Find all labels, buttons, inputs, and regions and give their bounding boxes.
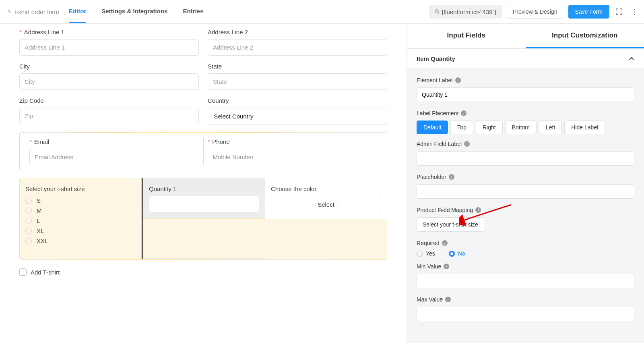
form-canvas: *Address Line 1 Address Line 2 City Stat… (0, 24, 407, 343)
product-mapping-select[interactable]: Select your t-shirt size (417, 217, 484, 232)
email-label: *Email (29, 138, 199, 145)
placement-default[interactable]: Default (417, 121, 448, 134)
size-option-xxl[interactable]: XXL (25, 237, 136, 244)
label-placement-title: Label Placementi (417, 110, 634, 116)
shortcode-box[interactable]: ⎙ [fluentform id="439"] (429, 5, 502, 19)
checkbox-icon (19, 268, 27, 276)
size-label: Select your t-shirt size (25, 185, 136, 192)
info-icon: i (464, 141, 470, 147)
qty-input[interactable] (149, 196, 259, 212)
placeholder-title: Placeholderi (417, 174, 634, 180)
size-option-m[interactable]: M (25, 207, 136, 214)
sidebar-panel: Input Fields Input Customization Item Qu… (407, 24, 644, 343)
admin-label-title: Admin Field Labeli (417, 141, 634, 147)
pencil-icon: ✎ (7, 8, 12, 15)
info-icon: i (455, 77, 461, 83)
tab-input-fields[interactable]: Input Fields (407, 24, 526, 48)
main-area: *Address Line 1 Address Line 2 City Stat… (0, 24, 644, 343)
info-icon: i (444, 264, 449, 269)
product-mapping-title: Product Field Mappingi (417, 207, 634, 213)
email-input[interactable] (29, 149, 199, 165)
section-header[interactable]: Item Quantity (407, 49, 644, 69)
addr2-input[interactable] (208, 39, 387, 56)
main-tabs: Editor Settings & Integrations Entries (69, 0, 203, 23)
info-icon: i (442, 240, 448, 246)
more-icon[interactable]: ⋮ (629, 6, 640, 17)
admin-label-input[interactable] (417, 151, 634, 166)
qty-label: Quantity 1 (149, 185, 259, 192)
info-icon: i (475, 207, 481, 213)
expand-icon[interactable] (613, 6, 625, 17)
required-title: Requiredi (417, 240, 634, 246)
quantity-cell[interactable]: Quantity 1 (142, 178, 265, 259)
tab-editor[interactable]: Editor (69, 0, 86, 23)
placement-hide[interactable]: Hide Label (564, 121, 605, 134)
addr2-label: Address Line 2 (208, 29, 387, 35)
size-option-s[interactable]: S (25, 197, 136, 204)
contact-container: *Email *Phone (19, 132, 387, 171)
info-icon: i (445, 297, 451, 302)
max-value-input[interactable] (417, 307, 634, 321)
tab-entries[interactable]: Entries (183, 0, 203, 23)
size-option-l[interactable]: L (25, 217, 136, 224)
element-label-input[interactable] (417, 87, 634, 102)
addr1-label: *Address Line 1 (19, 29, 199, 35)
chevron-up-icon (629, 56, 634, 62)
country-label: Country (208, 97, 387, 104)
product-container: Select your t-shirt size S M L XL XXL Qu… (19, 178, 387, 260)
max-value-title: Max Valuei (417, 296, 634, 303)
min-value-title: Min Valuei (417, 263, 634, 270)
city-input[interactable] (19, 73, 199, 90)
required-yes[interactable]: Yes (417, 250, 435, 257)
phone-label: *Phone (208, 138, 378, 145)
sidebar-body: Element Labeli Label Placementi Default … (407, 69, 644, 343)
country-select[interactable]: Select Country (208, 108, 387, 125)
info-icon: i (449, 174, 454, 180)
placeholder-input[interactable] (417, 184, 634, 199)
required-no[interactable]: No (449, 250, 465, 257)
tab-settings[interactable]: Settings & Integrations (101, 0, 167, 23)
shortcode-icon: ⎙ (435, 8, 439, 15)
zip-label: Zip Code (19, 97, 199, 104)
size-option-xl[interactable]: XL (25, 227, 136, 234)
placement-bottom[interactable]: Bottom (505, 121, 537, 134)
color-select[interactable]: - Select - (271, 196, 381, 213)
form-title: t-shirt order form (14, 8, 59, 15)
info-icon: i (461, 110, 466, 116)
state-label: State (208, 63, 387, 70)
top-bar: ✎ t-shirt order form Editor Settings & I… (0, 0, 644, 24)
phone-input[interactable] (208, 149, 378, 165)
required-radio-group: Yes No (417, 250, 634, 257)
label-placement-group: Default Top Right Bottom Left Hide Label (417, 121, 634, 134)
color-label: Choose the color (271, 185, 381, 192)
shortcode-text: [fluentform id="439"] (442, 8, 496, 15)
element-label-title: Element Labeli (417, 77, 634, 83)
state-input[interactable] (208, 73, 387, 90)
placement-right[interactable]: Right (476, 121, 503, 134)
city-label: City (19, 63, 199, 70)
size-options: S M L XL XXL (25, 197, 136, 244)
size-cell[interactable]: Select your t-shirt size S M L XL XXL (20, 178, 142, 259)
form-title-edit[interactable]: ✎ t-shirt order form (7, 8, 59, 15)
sidebar-tabs: Input Fields Input Customization (407, 24, 644, 49)
topbar-actions: ⎙ [fluentform id="439"] Preview & Design… (429, 5, 640, 19)
placement-top[interactable]: Top (450, 121, 473, 134)
preview-button[interactable]: Preview & Design (506, 5, 564, 19)
addr1-input[interactable] (19, 39, 199, 56)
placement-left[interactable]: Left (539, 121, 562, 134)
add-tshirt-checkbox[interactable]: Add T-shirt (19, 268, 387, 276)
save-button[interactable]: Save Form (568, 5, 609, 19)
color-cell[interactable]: Choose the color - Select - (265, 178, 387, 259)
min-value-input[interactable] (417, 274, 634, 288)
zip-input[interactable] (19, 108, 199, 124)
section-title: Item Quantity (417, 55, 455, 62)
tab-input-customization[interactable]: Input Customization (526, 24, 644, 48)
add-tshirt-label: Add T-shirt (31, 269, 60, 276)
